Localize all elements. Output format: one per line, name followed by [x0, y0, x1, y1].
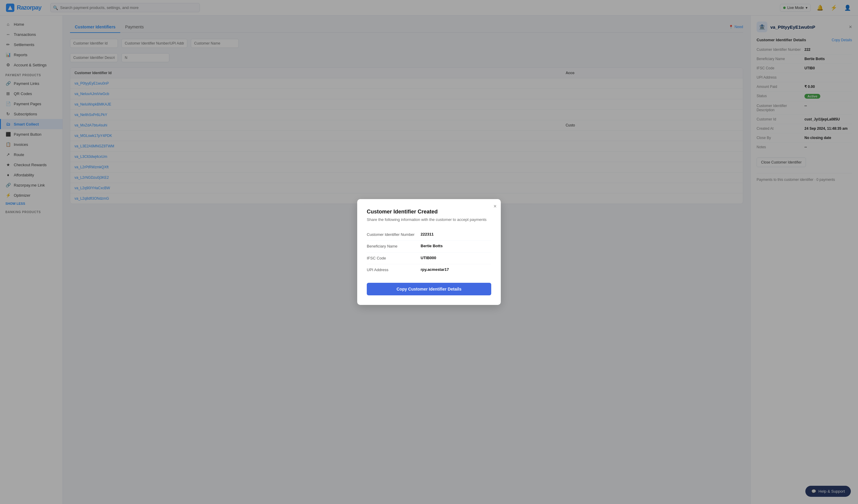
modal-field-beneficiary: Beneficiary Name Bertie Botts [367, 241, 491, 252]
modal-field-val: rpy.acmestar17 [420, 267, 449, 273]
modal-field-val: 222311 [420, 232, 433, 237]
modal-field-label: IFSC Code [367, 256, 420, 261]
modal-field-val: UTIB000 [420, 256, 436, 261]
modal-field-identifier-number: Customer Identifier Number 222311 [367, 229, 491, 241]
copy-customer-identifier-details-button[interactable]: Copy Customer Identifier Details [367, 283, 491, 295]
modal-field-val: Bertie Botts [420, 244, 443, 249]
modal-field-ifsc: IFSC Code UTIB000 [367, 253, 491, 264]
modal-field-label: Customer Identifier Number [367, 232, 420, 237]
modal-field-label: Beneficiary Name [367, 244, 420, 249]
customer-identifier-created-modal: × Customer Identifier Created Share the … [357, 199, 501, 305]
modal-subtitle: Share the following information with the… [367, 217, 491, 222]
modal-title: Customer Identifier Created [367, 209, 491, 215]
modal-overlay[interactable]: × Customer Identifier Created Share the … [0, 0, 858, 504]
modal-close-button[interactable]: × [493, 203, 497, 210]
modal-field-upi: UPI Address rpy.acmestar17 [367, 264, 491, 276]
modal-field-label: UPI Address [367, 267, 420, 273]
